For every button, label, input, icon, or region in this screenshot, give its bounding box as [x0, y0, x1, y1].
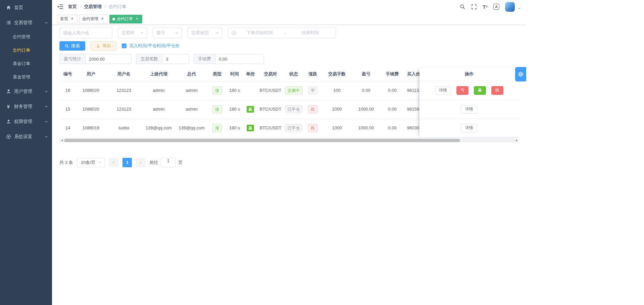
sidebar-item-finance[interactable]: ¥ 财务管理 [0, 99, 52, 114]
tab-contract-manage[interactable]: 合约管理 [79, 15, 108, 23]
chevron-up-icon [45, 21, 48, 24]
cell-updown: 平 [304, 81, 321, 100]
cell-agent: admin [142, 100, 176, 119]
submenu-item-label: 基金管理 [13, 74, 30, 80]
col-header: 涨跌 [304, 67, 321, 81]
sidebar: 首页 交易管理 合约管理 合约订单 基金订单 基金管理 [0, 0, 52, 305]
font-size-icon[interactable]: TT [483, 4, 488, 9]
cell-lots: 1000 [321, 119, 353, 137]
pnl-select[interactable]: 盈亏 [153, 27, 182, 38]
updown-tag: 平 [308, 86, 317, 95]
scrollbar-track[interactable] [64, 138, 514, 142]
horizontal-scrollbar[interactable] [59, 138, 519, 142]
close-icon[interactable] [100, 17, 105, 21]
settings-fab[interactable] [515, 67, 526, 81]
loss-button[interactable]: 亏 [456, 86, 468, 95]
col-header: 交易对 [258, 67, 283, 81]
actions-col-header: 操作 [419, 67, 519, 81]
cell-agent: admin [142, 81, 176, 100]
goto-input-wrap [161, 158, 176, 167]
page-size-select[interactable]: 20条/页 [77, 158, 105, 167]
date-start-placeholder: 下单开始时间 [238, 30, 282, 36]
stat-value: 0.00 [215, 54, 264, 64]
tab-label: 合约订单 [117, 16, 133, 22]
scroll-left-arrow-icon[interactable] [59, 138, 64, 142]
chevron-down-icon [45, 90, 48, 93]
sidebar-item-contract-orders[interactable]: 合约订单 [0, 44, 52, 57]
stat-trade-count: 交易笔数 3 [136, 54, 189, 64]
cell-type: 涨 [208, 119, 227, 137]
win-button[interactable]: 赢 [474, 86, 486, 95]
cell-control: 赢 [243, 100, 258, 119]
close-icon[interactable] [135, 17, 139, 21]
date-separator: - [283, 30, 287, 36]
export-button[interactable]: 导出 [91, 41, 116, 51]
cell-master: admin [176, 100, 208, 119]
avatar[interactable] [505, 2, 515, 12]
stat-label: 盈亏统计 [59, 54, 85, 64]
sidebar-item-home[interactable]: 首页 [0, 0, 52, 15]
detail-button[interactable]: 详情 [461, 105, 477, 114]
sidebar-item-permissions[interactable]: 权限管理 [0, 114, 52, 129]
detail-button[interactable]: 详情 [461, 124, 477, 132]
fixed-action-column: 操作 详情 亏 赢 跌 详情 详情 [419, 67, 519, 137]
col-header: 编号 [59, 67, 76, 81]
stat-value: 3 [162, 54, 189, 64]
sidebar-item-trade[interactable]: 交易管理 [0, 15, 52, 30]
fall-button[interactable]: 跌 [491, 86, 503, 95]
tab-contract-orders[interactable]: 合约订单 [109, 15, 142, 23]
status-select[interactable]: 交易状态 [188, 27, 222, 38]
prev-page-button[interactable] [109, 158, 118, 167]
cell-time: 180 s [227, 81, 243, 100]
username-input[interactable] [63, 30, 109, 36]
goto-page-input[interactable] [161, 158, 175, 163]
cell-username: luobo [106, 119, 142, 137]
breadcrumb-home[interactable]: 首页 [68, 4, 84, 10]
chevron-down-icon [140, 31, 144, 35]
search-button[interactable]: 搜索 [59, 41, 85, 51]
tab-label: 首页 [60, 16, 68, 22]
next-page-button[interactable] [136, 158, 145, 167]
page-unit-label: 页 [178, 160, 183, 166]
fullscreen-icon[interactable] [471, 4, 477, 10]
detail-button[interactable]: 详情 [435, 86, 451, 95]
sidebar-item-fund-manage[interactable]: 基金管理 [0, 70, 52, 84]
checkbox-checked-icon [122, 44, 127, 48]
cell-fee: 0.00 [380, 100, 405, 119]
goto-label: 前往 [149, 160, 158, 166]
sidebar-toggle-icon[interactable] [57, 4, 63, 9]
chevron-down-icon [175, 31, 179, 35]
breadcrumb-trade[interactable]: 交易管理 [84, 4, 109, 10]
tabs-bar: 首页 合约管理 合约订单 [52, 13, 526, 25]
sidebar-item-users[interactable]: 用户管理 [0, 84, 52, 99]
cell-id: 14 [59, 119, 76, 137]
header-actions: TT [460, 2, 521, 12]
date-range-picker[interactable]: 下单开始时间 - 结束时间 [228, 27, 336, 38]
time-columns-checkbox[interactable]: 买入时间/平仓时间/平仓价 [122, 43, 180, 49]
status-tag: 交易中 [285, 86, 302, 95]
cell-username: 123123 [106, 81, 142, 100]
search-icon[interactable] [460, 4, 465, 10]
scrollbar-thumb[interactable] [64, 139, 460, 142]
submenu-item-label: 合约管理 [13, 34, 30, 40]
page-number-button[interactable]: 1 [122, 158, 132, 167]
scroll-right-arrow-icon[interactable] [514, 138, 519, 142]
submenu-item-label: 合约订单 [13, 47, 30, 53]
main-content: 交易对 盈亏 交易状态 下单开始时间 [52, 25, 526, 167]
export-button-label: 导出 [102, 43, 111, 49]
pair-select[interactable]: 交易对 [118, 27, 147, 38]
sidebar-item-settings[interactable]: 系统设置 [0, 129, 52, 144]
search-button-label: 搜索 [71, 43, 80, 49]
close-icon[interactable] [70, 17, 75, 21]
username-field-wrap [59, 27, 112, 38]
sidebar-item-fund-orders[interactable]: 基金订单 [0, 57, 52, 70]
user-menu-caret-icon[interactable] [518, 3, 521, 10]
sidebar-submenu-trade: 合约管理 合约订单 基金订单 基金管理 [0, 30, 52, 84]
language-icon[interactable] [493, 4, 499, 10]
tab-home[interactable]: 首页 [57, 15, 78, 23]
goto-page-group: 前往 页 [149, 158, 183, 167]
stat-label: 交易笔数 [136, 54, 162, 64]
sidebar-item-contract-manage[interactable]: 合约管理 [0, 30, 52, 44]
cell-status: 已平仓 [283, 119, 304, 137]
col-header: 时间 [227, 67, 243, 81]
